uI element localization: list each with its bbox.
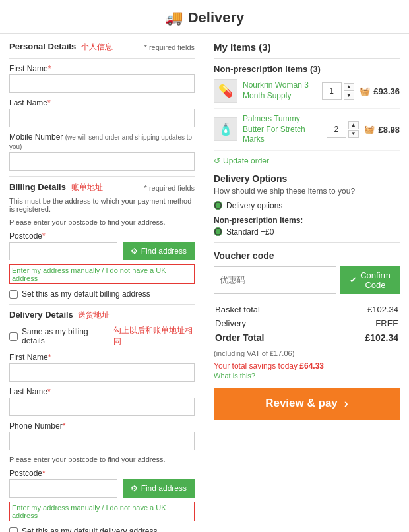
delivery-details-title: Delivery Details 送货地址	[9, 310, 110, 321]
qty-down-2[interactable]: ▼	[348, 130, 359, 138]
delivery-manual-address-link[interactable]: Enter my address manually / I do not hav…	[9, 502, 195, 521]
billing-details-title: Billing Details 账单地址	[9, 182, 103, 193]
delivery-postcode-note: Please enter your postcode to find your …	[9, 456, 195, 463]
delivery-option-row: Delivery options	[214, 201, 400, 210]
same-as-billing-checkbox[interactable]	[9, 332, 18, 341]
confirm-code-button[interactable]: ✔ Confirm Code	[340, 266, 400, 294]
delivery-option-radio[interactable]	[214, 201, 222, 210]
page-title: 🚚 Delivery	[165, 9, 245, 26]
page-header: 🚚 Delivery	[0, 0, 409, 34]
delivery-phone-label: Phone Number*	[9, 421, 195, 430]
delivery-postcode-row: Postcode* ⚙ Find address	[9, 469, 195, 498]
qty-arrows-2: ▲ ▼	[348, 121, 359, 138]
item-image-1: 💊	[214, 79, 237, 103]
delivery-last-name-input[interactable]	[9, 398, 195, 416]
billing-postcode-input[interactable]	[9, 242, 117, 260]
item-row: 💊 Nourkrin Woman 3 Month Supply 1 ▲ ▼ 🧺 …	[214, 79, 400, 109]
standard-shipping-radio[interactable]	[214, 227, 222, 236]
delivery-postcode-group: Postcode*	[9, 469, 117, 498]
delivery-default-checkbox[interactable]	[9, 527, 18, 533]
first-name-input[interactable]	[9, 74, 195, 93]
delivery-first-name-input[interactable]	[9, 363, 195, 382]
same-as-billing-row: Same as my billing details 勾上以后和账单地址相同	[9, 325, 195, 347]
my-items-title: My Items (3)	[214, 42, 400, 53]
last-name-group: Last Name*	[9, 98, 195, 127]
billing-default-checkbox[interactable]	[9, 290, 18, 299]
voucher-input[interactable]	[214, 266, 336, 294]
order-total-value: £102.34	[325, 331, 398, 344]
qty-up-1[interactable]: ▲	[344, 83, 354, 91]
item-name-1[interactable]: Nourkrin Woman 3 Month Supply	[243, 80, 317, 101]
billing-note: This must be the address to which your p…	[9, 197, 195, 213]
delivery-postcode-label: Postcode*	[9, 469, 117, 478]
delivery-details-header: Delivery Details 送货地址	[9, 310, 195, 321]
item-qty-row-1: 1 ▲ ▼	[322, 82, 354, 100]
delivery-option-label: Delivery options	[226, 201, 282, 210]
delivery-find-address-button[interactable]: ⚙ Find address	[123, 479, 195, 498]
item-qty-row-2: 2 ▲ ▼	[327, 121, 359, 138]
billing-details-header: Billing Details 账单地址 * required fields	[9, 182, 195, 193]
delivery-default-label: Set this as my default delivery address	[22, 527, 157, 532]
delivery-last-name-group: Last Name*	[9, 387, 195, 416]
billing-default-checkbox-row: Set this as my default billing address	[9, 289, 195, 299]
order-total-label: Order Total	[215, 331, 323, 344]
mobile-label: Mobile Number (we will send order and sh…	[9, 133, 195, 151]
personal-required-label: * required fields	[144, 44, 195, 51]
delivery-default-checkbox-row: Set this as my default delivery address	[9, 527, 195, 532]
vat-note: (including VAT of £17.06)	[214, 349, 400, 357]
arrow-right-icon: ›	[344, 397, 348, 411]
truck-icon: 🚚	[165, 9, 183, 26]
refresh-icon: ↺	[214, 156, 220, 165]
delivery-first-name-group: First Name*	[9, 353, 195, 382]
delivery-first-name-label: First Name*	[9, 353, 195, 362]
first-name-group: First Name*	[9, 64, 195, 93]
qty-up-2[interactable]: ▲	[348, 121, 359, 129]
same-as-billing-label: Same as my billing details	[22, 327, 107, 345]
basket-icon-2: 🧺	[364, 125, 375, 134]
billing-find-address-button[interactable]: ⚙ Find address	[123, 242, 195, 260]
item-qty-2: 2	[327, 121, 346, 138]
update-order-link[interactable]: ↺ Update order	[214, 156, 400, 165]
basket-total-value: £102.34	[325, 303, 398, 316]
savings-row: Your total savings today £64.33	[214, 361, 400, 370]
item-price-2: 🧺 £8.98	[364, 125, 400, 134]
what-is-this-link[interactable]: What is this?	[214, 372, 400, 380]
non-rx-label: Non-prescription items:	[214, 216, 400, 225]
personal-details-title: Personal Details 个人信息	[9, 42, 113, 53]
basket-total-label: Basket total	[215, 303, 323, 316]
items-subtitle: Non-prescription items (3)	[214, 64, 400, 74]
billing-required-label: * required fields	[144, 184, 195, 192]
basket-icon-1: 🧺	[360, 86, 370, 96]
delivery-value: FREE	[325, 317, 398, 330]
item-image-2: 🧴	[214, 117, 237, 141]
delivery-options-title: Delivery Options	[214, 173, 400, 184]
billing-postcode-group: Postcode*	[9, 231, 117, 260]
qty-down-1[interactable]: ▼	[344, 92, 354, 100]
mobile-input[interactable]	[9, 152, 195, 171]
voucher-row: ✔ Confirm Code	[214, 266, 400, 294]
billing-manual-address-link[interactable]: Enter my address manually / I do not hav…	[9, 264, 195, 284]
review-and-pay-button[interactable]: Review & pay ›	[214, 388, 400, 420]
right-column: My Items (3) Non-prescription items (3) …	[204, 34, 409, 532]
item-name-2[interactable]: Palmers Tummy Butter For Stretch Marks	[243, 114, 321, 145]
delivery-subtitle: How should we ship these items to you?	[214, 187, 400, 196]
item-qty-1: 1	[322, 82, 342, 100]
billing-postcode-note: Please enter your postcode to find your …	[9, 218, 195, 226]
mobile-group: Mobile Number (we will send order and sh…	[9, 133, 195, 171]
main-content: Personal Details 个人信息 * required fields …	[0, 34, 409, 532]
delivery-row: Delivery FREE	[215, 317, 398, 330]
last-name-label: Last Name*	[9, 98, 195, 107]
basket-total-row: Basket total £102.34	[215, 303, 398, 316]
delivery-phone-input[interactable]	[9, 432, 195, 450]
left-column: Personal Details 个人信息 * required fields …	[0, 34, 204, 532]
billing-postcode-row: Postcode* ⚙ Find address	[9, 231, 195, 260]
gear-icon-2: ⚙	[131, 484, 138, 493]
last-name-input[interactable]	[9, 109, 195, 127]
standard-shipping-row: Standard +£0	[214, 227, 400, 237]
billing-default-label: Set this as my default billing address	[22, 289, 150, 299]
billing-postcode-label: Postcode*	[9, 231, 117, 241]
delivery-label: Delivery	[215, 317, 323, 330]
page: 🚚 Delivery Personal Details 个人信息 * requi…	[0, 0, 409, 532]
delivery-postcode-input[interactable]	[9, 479, 117, 498]
gear-icon: ⚙	[131, 247, 138, 256]
